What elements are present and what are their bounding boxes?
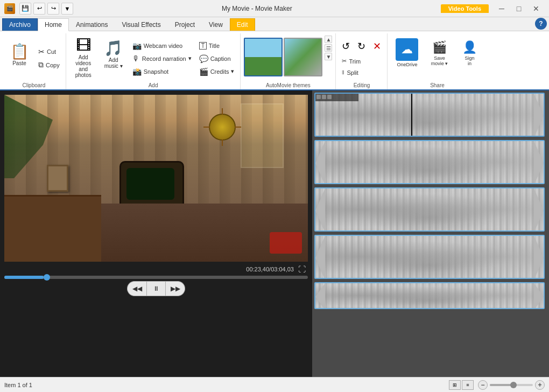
editing-content: ↺ ↻ ✕ ✂ Trim ⫴ Split bbox=[339, 33, 384, 81]
help-btn[interactable]: ? bbox=[535, 18, 547, 30]
theme-item-2[interactable] bbox=[284, 38, 322, 76]
credits-label: Credits bbox=[210, 68, 229, 75]
split-label: Split bbox=[347, 69, 358, 76]
clip-noise-4 bbox=[315, 236, 544, 278]
tab-project[interactable]: Project bbox=[168, 18, 202, 31]
close-btn[interactable]: ✕ bbox=[527, 2, 545, 15]
tab-archivo[interactable]: Archivo bbox=[2, 18, 38, 31]
ribbon: 📋 Paste ✂ Cut ⧉ Copy Clipboard 🎞 Add vid… bbox=[0, 31, 549, 90]
save-quick-btn[interactable]: 💾 bbox=[19, 3, 31, 15]
ray-2 bbox=[222, 139, 223, 146]
theme-item-1[interactable] bbox=[244, 38, 283, 76]
save-movie-button[interactable]: 🎬 Savemovie ▾ bbox=[425, 38, 453, 76]
status-bar: Item 1 of 1 ⊞ ≡ − + bbox=[0, 377, 549, 392]
caption-button[interactable]: 💬 Caption bbox=[196, 53, 237, 65]
timeline-scroll[interactable] bbox=[314, 93, 547, 375]
onedrive-button[interactable]: ☁ OneDrive bbox=[391, 36, 423, 74]
ribbon-tabs: Archivo Home Animations Visual Effects P… bbox=[0, 17, 549, 31]
pause-button[interactable]: ⏸ bbox=[146, 281, 166, 296]
window-title: My Movie - Movie Maker bbox=[73, 5, 441, 12]
copy-label: Copy bbox=[46, 62, 60, 68]
zoom-slider-thumb[interactable] bbox=[510, 382, 517, 388]
zoom-slider[interactable] bbox=[490, 384, 533, 386]
zoom-out-btn[interactable]: − bbox=[478, 380, 488, 390]
ray-3 bbox=[203, 127, 210, 128]
zoom-bar: − + bbox=[478, 380, 545, 390]
clip-item-5[interactable] bbox=[314, 282, 545, 309]
minimize-btn[interactable]: ─ bbox=[493, 2, 510, 15]
sign-in-button[interactable]: 👤 Signin bbox=[455, 38, 483, 76]
fullscreen-button[interactable]: ⛶ bbox=[298, 265, 306, 274]
rotate-left-button[interactable]: ↺ bbox=[339, 38, 353, 55]
paste-icon: 📋 bbox=[10, 44, 29, 59]
snapshot-button[interactable]: 📸 Snapshot bbox=[130, 66, 194, 78]
film-hole bbox=[316, 95, 321, 99]
text-sub-column: 🅃 Title 💬 Caption 🎬 Credits ▾ bbox=[196, 36, 237, 81]
clip-item-2[interactable] bbox=[314, 140, 545, 184]
credits-button[interactable]: 🎬 Credits ▾ bbox=[196, 66, 237, 78]
tab-animations[interactable]: Animations bbox=[69, 18, 115, 31]
playback-controls: ◀◀ ⏸ ▶▶ bbox=[4, 281, 308, 296]
add-music-button[interactable]: 🎵 Addmusic ▾ bbox=[100, 36, 128, 74]
tab-edit[interactable]: Edit bbox=[230, 18, 255, 31]
clip-arrow-left-4 bbox=[315, 236, 325, 279]
tab-visual-effects[interactable]: Visual Effects bbox=[115, 18, 167, 31]
time-display: 00:23,40/03:04,03 ⛶ bbox=[4, 265, 308, 274]
prev-button[interactable]: ◀◀ bbox=[127, 281, 146, 296]
clip-item-1[interactable] bbox=[314, 93, 545, 137]
cut-label: Cut bbox=[47, 48, 56, 55]
film-strip-1 bbox=[315, 94, 358, 101]
timeline-view-btn[interactable]: ≡ bbox=[462, 380, 474, 390]
theme-thumb-1 bbox=[245, 39, 281, 75]
rotate-left-icon: ↺ bbox=[342, 40, 350, 52]
clip-noise-3 bbox=[315, 188, 544, 230]
progress-thumb[interactable] bbox=[44, 274, 50, 281]
themes-scroll-up[interactable]: ▲ bbox=[325, 36, 332, 43]
timeline-controls: 00:23,40/03:04,03 ⛶ ◀◀ ⏸ ▶▶ bbox=[4, 265, 308, 296]
quick-access-toolbar: 🎬 💾 ↩ ↪ ▼ bbox=[4, 3, 73, 15]
remove-button[interactable]: ✕ bbox=[370, 38, 384, 55]
onedrive-icon: ☁ bbox=[396, 38, 418, 61]
remove-icon: ✕ bbox=[373, 40, 381, 52]
title-button[interactable]: 🅃 Title bbox=[196, 40, 237, 52]
trim-label: Trim bbox=[349, 58, 361, 65]
customize-btn[interactable]: ▼ bbox=[61, 3, 73, 15]
add-content: 🎞 Add videosand photos 🎵 Addmusic ▾ 📷 We… bbox=[69, 33, 237, 81]
cut-icon: ✂ bbox=[38, 47, 45, 56]
clip-item-3[interactable] bbox=[314, 187, 545, 232]
rotate-right-button[interactable]: ↻ bbox=[355, 38, 368, 55]
add-videos-button[interactable]: 🎞 Add videosand photos bbox=[69, 36, 97, 81]
webcam-button[interactable]: 📷 Webcam video bbox=[130, 40, 194, 52]
status-text: Item 1 of 1 bbox=[4, 382, 449, 388]
split-button[interactable]: ⫴ Split bbox=[339, 67, 363, 78]
storyboard-view-btn[interactable]: ⊞ bbox=[449, 380, 461, 390]
scene-furniture bbox=[4, 195, 101, 262]
themes-scroll-down[interactable]: ▼ bbox=[325, 53, 332, 60]
cut-button[interactable]: ✂ Cut bbox=[36, 46, 62, 58]
title-bar: 🎬 💾 ↩ ↪ ▼ My Movie - Movie Maker Video T… bbox=[0, 0, 549, 17]
trim-button[interactable]: ✂ Trim bbox=[339, 56, 363, 66]
webcam-label: Webcam video bbox=[144, 43, 183, 49]
save-movie-label: Savemovie ▾ bbox=[431, 55, 448, 66]
tab-view[interactable]: View bbox=[202, 18, 230, 31]
tab-home[interactable]: Home bbox=[38, 18, 69, 31]
paste-button[interactable]: 📋 Paste bbox=[5, 36, 33, 74]
themes-scroll-middle[interactable]: ☰ bbox=[325, 44, 332, 52]
split-icon: ⫴ bbox=[342, 69, 344, 76]
video-tools-badge: Video Tools bbox=[441, 4, 489, 13]
zoom-in-btn[interactable]: + bbox=[535, 380, 545, 390]
redo-btn[interactable]: ↪ bbox=[47, 3, 59, 15]
ray-1 bbox=[222, 108, 223, 115]
clip-item-4[interactable] bbox=[314, 235, 545, 279]
scene-window bbox=[241, 103, 284, 168]
maximize-btn[interactable]: □ bbox=[510, 2, 527, 15]
ribbon-group-add: 🎞 Add videosand photos 🎵 Addmusic ▾ 📷 We… bbox=[66, 33, 241, 89]
progress-bar[interactable] bbox=[4, 276, 308, 279]
copy-button[interactable]: ⧉ Copy bbox=[36, 59, 62, 71]
undo-btn[interactable]: ↩ bbox=[33, 3, 45, 15]
narration-button[interactable]: 🎙 Record narration ▾ bbox=[130, 53, 194, 65]
status-right: ⊞ ≡ − + bbox=[449, 380, 545, 390]
next-button[interactable]: ▶▶ bbox=[166, 281, 185, 296]
preview-panel: 00:23,40/03:04,03 ⛶ ◀◀ ⏸ ▶▶ bbox=[0, 90, 312, 377]
add-videos-label: Add videosand photos bbox=[71, 54, 96, 78]
